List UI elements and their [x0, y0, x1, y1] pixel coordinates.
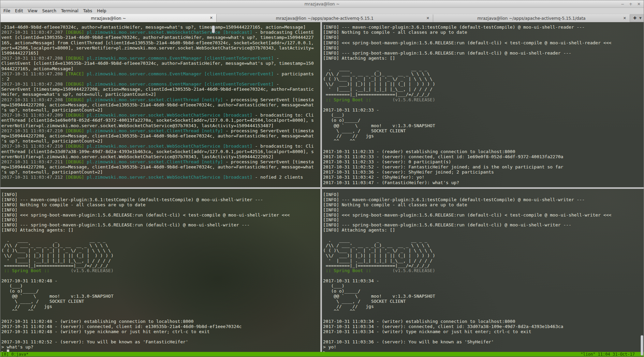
- tab-home[interactable]: mrazjava@lion ~ ✕: [0, 14, 217, 22]
- terminal-line: :: Spring Boot :: (v1.5.6.RELEASE): [323, 268, 644, 273]
- terminal-line: [INFO] Attaching agents: []: [323, 227, 644, 233]
- terminal-line: 's up?, note=null, participantCount=2]: [1, 107, 320, 113]
- tab-title: mrazjava@lion ~: [91, 16, 126, 21]
- terminal-line: [1, 314, 320, 319]
- terminal-line: vent [clientId=e130535b-21a4-46d0-9b8d-e…: [1, 35, 320, 40]
- terminal-line: :: Spring Boot :: (v1.5.6.RELEASE): [1, 268, 320, 273]
- menu-terminal[interactable]: Terminal: [59, 8, 81, 14]
- terminal-line: 2017-10-31 11:03:47.208 [TRACE] pl.zimow…: [1, 71, 320, 76]
- close-button[interactable]: ✕: [637, 2, 641, 6]
- tab-activemq-data[interactable]: mrazjava@lion ~/apps/apache-activemq-5.1…: [433, 14, 630, 22]
- terminal-line: 2017-10-31 11:03:36 - (server): ShyHeife…: [323, 169, 644, 175]
- terminal-line: 2017-10-31 11:02:33 - (server): 0 partic…: [323, 159, 644, 164]
- terminal-line: . ____ _ __ _ _: [1, 238, 320, 243]
- terminal-line: [1, 273, 320, 278]
- terminal-line: (___): [323, 113, 644, 118]
- tab-activemq[interactable]: mrazjava@lion ~/apps/apache-activemq-5.1…: [217, 14, 433, 22]
- terminal-line: [323, 144, 644, 149]
- terminal-line: 1509444227165]: [1, 50, 320, 56]
- menu-search[interactable]: Search: [40, 8, 59, 14]
- scrollbar-thumb[interactable]: [212, 26, 215, 33]
- terminal-line: [INFO] Nothing to compile - all classes …: [323, 30, 644, 35]
- menu-view[interactable]: View: [25, 8, 40, 14]
- terminal-line: (___): [323, 283, 644, 288]
- terminal-line: [INFO]: [1, 207, 320, 212]
- terminal-pane-writer-client-2[interactable]: [INFO][INFO] --- maven-compiler-plugin:3…: [322, 189, 644, 353]
- tab-close-icon[interactable]: ✕: [426, 16, 429, 20]
- terminal-line: 2017-10-31 11:03:47.210 [DEBUG] pl.zimow…: [1, 128, 320, 133]
- terminal-line: :: Spring Boot :: (v1.5.6.RELEASE): [323, 97, 644, 102]
- terminal-line: /\\ / ___'_ __ _ _(_)_ __ __ _ \ \ \ \: [323, 71, 644, 76]
- terminal-line: \\/ ___)| |_)| | | | | || (_| | ) ) ) ): [1, 253, 320, 258]
- terminal-line: [1, 334, 320, 339]
- terminal-line: [INFO]: [1, 192, 320, 197]
- menu-help[interactable]: Help: [94, 8, 108, 14]
- terminal-line: (o o)_____/: [1, 288, 320, 294]
- terminal-line: ^^ ^^: [1, 309, 320, 314]
- terminal-line: 2017-10-31 11:03:34 - (server): connecte…: [323, 324, 644, 329]
- terminal-line: . ____ _ __ _ _: [323, 238, 644, 243]
- terminal-pane-writer-client-1[interactable]: [INFO][INFO] --- maven-compiler-plugin:3…: [0, 189, 320, 353]
- terminal-line: \\/ ___)| |_)| | | | | || (_| | ) ) ) ): [323, 253, 644, 258]
- terminal-line: 2017-10-31 11:02:33 - (reader) establish…: [323, 149, 644, 154]
- terminal-line: 2017-10-31 11:02:33 - (server): connecte…: [323, 154, 644, 159]
- terminal-line: 2017-10-31 11:03:42 - (ShyHeifer): yo!: [323, 175, 644, 180]
- terminal-line: 2017-10-31 11:02:48 - (writer) type nick…: [1, 329, 320, 334]
- terminal-line: [323, 314, 644, 319]
- terminal-line: [1, 233, 320, 238]
- terminal-line: erverNotifier=pl.zimowski.moo.server.soc…: [1, 154, 320, 159]
- terminal-line: 2017-10-31 11:02:33 -: [323, 107, 644, 113]
- tab-close-icon[interactable]: ✕: [210, 16, 213, 20]
- terminal-line: 2017-10-31 11:03:47.208 [DEBUG] pl.zimow…: [1, 81, 320, 87]
- terminal-line: [323, 233, 644, 238]
- terminal-line: > yo!: [323, 344, 644, 349]
- menu-file[interactable]: File: [1, 8, 13, 14]
- terminal-line: @@ ` \ moo! v:1.3.0-SNAPSHOT: [323, 123, 644, 128]
- pane-divider-horizontal[interactable]: [0, 187, 644, 189]
- terminal-line: ^^ ^^: [323, 309, 644, 314]
- tmux-host-clock-label: "lion" 11:04 31-Oct-17: [581, 352, 635, 357]
- scrollbar-thumb[interactable]: [641, 335, 643, 356]
- terminal-line: 2017-10-31 11:02:48 - (writer) establish…: [1, 319, 320, 324]
- terminal-line: 2017-10-31 11:03:34 - (writer) establish…: [323, 319, 644, 324]
- terminal-line: 2017-10-31 11:02:52 - (server): Fantasti…: [323, 164, 644, 169]
- terminal-area: -21a4-46d0-9b8d-ef1eee70324c, author=Fan…: [0, 22, 644, 357]
- terminal-line: [INFO]: [323, 35, 644, 40]
- window-titlebar: mrazjava@lion ~ − + ✕: [0, 0, 644, 8]
- tab-close-icon[interactable]: ✕: [623, 16, 626, 20]
- terminal-line: 9444227165, action=Message]: [1, 66, 320, 71]
- terminal-line: 2017-10-31 11:03:34 -: [323, 278, 644, 283]
- terminal-line: mp=1509444227208, action=Message, client…: [1, 102, 320, 107]
- terminal-pane-reader-client[interactable]: [INFO] --- maven-compiler-plugin:3.6.1:t…: [322, 22, 644, 187]
- terminal-line: // // jgs: [323, 304, 644, 309]
- terminal-line: 2017-10-31 11:03:47.209 [DEBUG] pl.zimow…: [1, 113, 320, 118]
- terminal-line: entThread [clientId=1e69e0f8-052d-46df-9…: [1, 118, 320, 123]
- menu-tabs[interactable]: Tabs: [81, 8, 95, 14]
- menu-edit[interactable]: Edit: [13, 8, 25, 14]
- terminal-line: [INFO] --- maven-compiler-plugin:3.6.1:t…: [323, 197, 644, 202]
- terminal-line: [INFO] Nothing to compile - all classes …: [1, 202, 320, 207]
- terminal-line: [INFO] Attaching agents: []: [323, 56, 644, 61]
- terminal-line: > what's up?: [1, 344, 320, 349]
- terminal-line: 's up?, note=null, participantCount=2]: [1, 138, 320, 144]
- terminal-line: [INFO] Attaching agents: []: [1, 227, 320, 233]
- terminal-line: 2017-10-31 11:03:47.208 [DEBUG] pl.zimow…: [1, 97, 320, 102]
- add-tab-icon[interactable]: ✚: [633, 16, 636, 20]
- maximize-button[interactable]: +: [629, 2, 633, 6]
- terminal-line: 2017-10-31 11:02:48 - (server): connecte…: [1, 324, 320, 329]
- terminal-line: /\\ / ___'_ __ _ _(_)_ __ __ _ \ \ \ \: [1, 243, 320, 248]
- terminal-line: [INFO]: [323, 217, 644, 222]
- terminal-line: ' |____| .__|_| |_|_| |_\__, | / / / /: [1, 258, 320, 263]
- tab-title: mrazjava@lion ~/apps/apache-activemq-5.1…: [276, 16, 374, 21]
- menu-bar: File Edit View Search Terminal Tabs Help: [0, 8, 644, 14]
- terminal-line: : 2: [1, 76, 320, 81]
- terminal-line: [INFO]: [323, 45, 644, 50]
- terminal-pane-server-log[interactable]: -21a4-46d0-9b8d-ef1eee70324c, author=Fan…: [0, 22, 320, 187]
- terminal-line: erverNotifier=pl.zimowski.moo.server.soc…: [1, 123, 320, 128]
- terminal-line: [323, 334, 644, 339]
- terminal-line: ' |____| .__|_| |_|_| |_\__, | / / / /: [323, 258, 644, 263]
- tab-list-dropdown-icon[interactable]: ▼: [639, 16, 642, 20]
- terminal-line: // // jgs: [1, 304, 320, 309]
- terminal-line: 2017-10-31 11:02:48 -: [1, 278, 320, 283]
- minimize-button[interactable]: −: [620, 2, 625, 6]
